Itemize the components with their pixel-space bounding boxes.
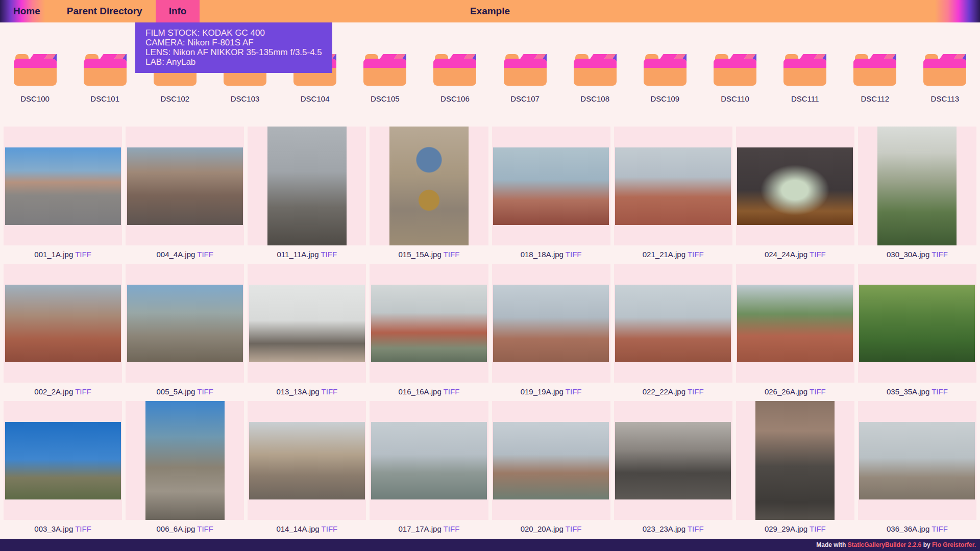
tiff-format-link[interactable]: TIFF <box>688 250 704 259</box>
photo-caption: 011_11A.jpg TIFF <box>277 250 337 259</box>
photo-filename-link[interactable]: 018_18A.jpg <box>521 250 566 259</box>
nav-item-home[interactable]: Home <box>0 0 54 22</box>
folder-item-dsc106[interactable]: DSC106 <box>420 53 490 103</box>
photo-thumbnail-tyn-church-spires[interactable] <box>249 285 365 362</box>
photo-filename-link[interactable]: 029_29A.jpg <box>765 524 810 533</box>
photo-card <box>736 264 854 383</box>
photo-filename-link[interactable]: 016_16A.jpg <box>399 387 444 396</box>
photo-thumbnail-tree-branches-over-city[interactable] <box>877 127 957 245</box>
tiff-format-link[interactable]: TIFF <box>444 250 460 259</box>
photo-thumbnail-church-spire-panorama[interactable] <box>859 422 975 499</box>
photo-filename-link[interactable]: 022_22A.jpg <box>643 387 688 396</box>
nav-item-info[interactable]: Info <box>156 0 200 22</box>
photo-filename-link[interactable]: 030_30A.jpg <box>887 250 932 259</box>
tiff-format-link[interactable]: TIFF <box>688 524 704 533</box>
photo-thumbnail-tyn-church-night[interactable] <box>737 147 853 225</box>
photo-filename-link[interactable]: 035_35A.jpg <box>887 387 932 396</box>
footer-builder-link[interactable]: StaticGalleryBuilder 2.2.6 <box>848 541 922 548</box>
folder-item-dsc107[interactable]: DSC107 <box>490 53 560 103</box>
photo-filename-link[interactable]: 006_6A.jpg <box>156 524 197 533</box>
photo-filename-link[interactable]: 021_21A.jpg <box>643 250 688 259</box>
folder-item-dsc105[interactable]: DSC105 <box>350 53 420 103</box>
tiff-format-link[interactable]: TIFF <box>322 524 338 533</box>
photo-thumbnail-astronomical-clock[interactable] <box>389 127 469 245</box>
tiff-format-link[interactable]: TIFF <box>197 387 213 396</box>
photo-thumbnail-red-rooftop-panorama[interactable] <box>493 147 609 225</box>
tiff-format-link[interactable]: TIFF <box>75 387 91 396</box>
photo-thumbnail-prague-street-scene[interactable] <box>5 147 121 225</box>
photo-filename-link[interactable]: 015_15A.jpg <box>399 250 444 259</box>
tiff-format-link[interactable]: TIFF <box>810 387 826 396</box>
tiff-format-link[interactable]: TIFF <box>932 250 948 259</box>
photo-filename-link[interactable]: 024_24A.jpg <box>765 250 810 259</box>
folder-item-dsc111[interactable]: DSC111 <box>770 53 840 103</box>
tiff-format-link[interactable]: TIFF <box>75 524 91 533</box>
footer-author-link[interactable]: Flo Greistorfer. <box>932 541 976 548</box>
photo-thumbnail-roofs-green-hill[interactable] <box>737 285 853 362</box>
photo-filename-link[interactable]: 013_13A.jpg <box>276 387 321 396</box>
photo-filename-link[interactable]: 001_1A.jpg <box>34 250 75 259</box>
tiff-format-link[interactable]: TIFF <box>322 387 338 396</box>
folder-icon <box>714 53 756 86</box>
photo-thumbnail-rooftop-view[interactable] <box>5 285 121 362</box>
photo-caption: 001_1A.jpg TIFF <box>34 250 91 259</box>
photo-filename-link[interactable]: 002_2A.jpg <box>34 387 75 396</box>
photo-card <box>4 127 122 245</box>
tiff-format-link[interactable]: TIFF <box>197 250 213 259</box>
tiff-format-link[interactable]: TIFF <box>932 387 948 396</box>
photo-thumbnail-rooftop-panorama[interactable] <box>615 285 731 362</box>
folder-item-dsc113[interactable]: DSC113 <box>910 53 980 103</box>
folder-item-dsc101[interactable]: DSC101 <box>70 53 140 103</box>
folder-label: DSC111 <box>791 94 819 103</box>
photo-filename-link[interactable]: 005_5A.jpg <box>156 387 197 396</box>
tiff-format-link[interactable]: TIFF <box>75 250 91 259</box>
photo-card <box>126 127 244 245</box>
photo-filename-link[interactable]: 011_11A.jpg <box>277 250 321 259</box>
photo-thumbnail-street-from-above[interactable] <box>755 401 835 520</box>
photo-thumbnail-bridge-statue-river[interactable] <box>371 422 487 499</box>
photo-thumbnail-crowd-on-bridge[interactable] <box>615 422 731 499</box>
tiff-format-link[interactable]: TIFF <box>444 524 460 533</box>
photo-thumbnail-cliff-tower-street[interactable] <box>145 401 225 520</box>
photo-thumbnail-river-castle-view[interactable] <box>371 285 487 362</box>
photo-filename-link[interactable]: 017_17A.jpg <box>399 524 444 533</box>
photo-caption: 019_19A.jpg TIFF <box>521 387 582 396</box>
nav-item-parent-directory[interactable]: Parent Directory <box>54 0 156 22</box>
photo-filename-link[interactable]: 020_20A.jpg <box>521 524 566 533</box>
tiff-format-link[interactable]: TIFF <box>566 387 582 396</box>
tiff-format-link[interactable]: TIFF <box>566 524 582 533</box>
tiff-format-link[interactable]: TIFF <box>688 387 704 396</box>
tiff-format-link[interactable]: TIFF <box>566 250 582 259</box>
photo-filename-link[interactable]: 026_26A.jpg <box>765 387 810 396</box>
tiff-format-link[interactable]: TIFF <box>444 387 460 396</box>
photo-thumbnail-clock-tower-hill[interactable] <box>5 422 121 499</box>
photo-filename-link[interactable]: 014_14A.jpg <box>276 524 321 533</box>
tiff-format-link[interactable]: TIFF <box>197 524 213 533</box>
folder-item-dsc108[interactable]: DSC108 <box>560 53 630 103</box>
photo-thumbnail-hazy-city-panorama[interactable] <box>493 285 609 362</box>
photo-filename-link[interactable]: 023_23A.jpg <box>643 524 688 533</box>
photo-thumbnail-green-foliage[interactable] <box>859 285 975 362</box>
photo-filename-link[interactable]: 036_36A.jpg <box>887 524 932 533</box>
footer: Made with StaticGalleryBuilder 2.2.6 by … <box>0 539 980 551</box>
photo-filename-link[interactable]: 019_19A.jpg <box>521 387 566 396</box>
folder-item-dsc109[interactable]: DSC109 <box>630 53 700 103</box>
photo-cell: 026_26A.jpg TIFF <box>736 264 854 396</box>
tiff-format-link[interactable]: TIFF <box>810 250 826 259</box>
photo-thumbnail-buildings-cliff[interactable] <box>127 285 243 362</box>
folder-item-dsc110[interactable]: DSC110 <box>700 53 770 103</box>
tiff-format-link[interactable]: TIFF <box>932 524 948 533</box>
photo-filename-link[interactable]: 004_4A.jpg <box>156 250 197 259</box>
photo-thumbnail-street-view-rooftops[interactable] <box>127 147 243 225</box>
photo-thumbnail-castle-skyline-rooftops[interactable] <box>615 147 731 225</box>
photo-card <box>736 127 854 245</box>
photo-thumbnail-river-bridge-panorama[interactable] <box>493 422 609 499</box>
photo-thumbnail-town-square-people[interactable] <box>249 422 365 499</box>
photo-filename-link[interactable]: 003_3A.jpg <box>34 524 75 533</box>
tiff-format-link[interactable]: TIFF <box>810 524 826 533</box>
photo-caption: 026_26A.jpg TIFF <box>765 387 826 396</box>
folder-item-dsc112[interactable]: DSC112 <box>840 53 910 103</box>
tiff-format-link[interactable]: TIFF <box>321 250 337 259</box>
photo-thumbnail-old-town-hall-tower[interactable] <box>267 127 347 245</box>
folder-item-dsc100[interactable]: DSC100 <box>0 53 70 103</box>
